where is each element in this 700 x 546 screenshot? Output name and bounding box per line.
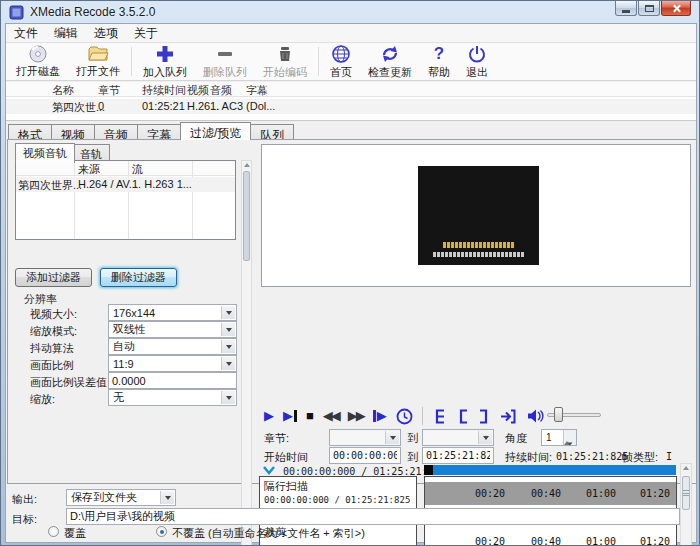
home-button[interactable]: 首页 [322,44,360,79]
play-icon: ▶ [264,406,274,426]
minimize-button[interactable] [615,1,637,16]
chevron-down-icon [221,306,235,319]
no-overwrite-label: 不覆盖 (自动重命名为 <文件名 + 索引>) [172,526,365,541]
file-row[interactable]: 第四次世... 0 01:25:21 H.26... 1. AC3 (Dol..… [6,99,696,114]
scale-mode-select[interactable]: 双线性 [108,321,237,338]
dither-label: 抖动算法 [30,341,74,356]
remove-filter-button[interactable]: 删除过滤器 [100,268,177,287]
chapter-to-select[interactable] [422,429,494,446]
goto-end-button[interactable] [499,407,517,425]
maximize-button[interactable] [638,1,660,16]
collapse-chevron-icon[interactable] [262,465,276,476]
step-forward-button[interactable]: ▶ [373,406,387,426]
col-stream[interactable]: 流 [132,162,143,177]
overwrite-radio[interactable] [48,526,59,537]
chevron-down-icon [221,357,235,370]
ruler-tick-label: 00:20 [475,488,505,499]
left-panel-scrollbar[interactable] [241,160,252,546]
seek-bar[interactable] [424,465,676,475]
close-button[interactable] [661,1,691,16]
open-file-button[interactable]: 打开文件 [68,44,128,79]
mute-button[interactable] [526,408,544,424]
aspect-select[interactable]: 11:9 [108,355,237,372]
col-name[interactable]: 名称 [52,83,74,98]
toolbar-separator [131,47,132,76]
play-button[interactable]: ▶ [264,406,274,426]
tab-subtitle[interactable]: 字幕 [137,124,181,140]
timer-button[interactable] [396,408,413,425]
chevron-down-icon [221,391,235,404]
menu-about[interactable]: 关于 [126,23,166,44]
crop-start-button[interactable] [457,407,469,425]
col-subtitle[interactable]: 字幕 [246,83,268,98]
fast-forward-button[interactable]: ▶▶ [348,406,364,426]
zoom-select[interactable]: 无 [108,389,237,406]
angle-spinner[interactable]: 1 [541,429,577,446]
ruler-tick-label: 00:40 [531,488,561,499]
timeline-vscrollbar[interactable] [680,463,692,546]
speaker-icon [526,408,544,424]
to-label: 到 [407,431,418,446]
seek-position-marker[interactable] [424,465,433,475]
tab-video[interactable]: 视频 [51,124,95,140]
refresh-icon [380,44,400,64]
check-update-button[interactable]: 检查更新 [360,44,420,79]
col-duration[interactable]: 持续时间 [142,83,186,98]
mark-in-button[interactable] [432,407,448,425]
start-time-input[interactable] [329,447,401,464]
tab-filter-preview[interactable]: 过滤/预览 [180,122,251,140]
no-overwrite-radio[interactable] [156,526,167,537]
col-video[interactable]: 视频 [187,83,209,98]
frame-type-label: 帧类型: [622,450,658,465]
check-update-label: 检查更新 [368,65,412,80]
volume-slider-thumb[interactable] [554,407,563,422]
tab-queue[interactable]: 队列 [250,124,294,140]
subtab-video-track[interactable]: 视频音轨 [15,143,75,163]
rewind-button[interactable]: ◀◀ [323,406,339,426]
overwrite-label: 覆盖 [64,526,86,541]
column-divider [128,161,129,239]
quit-button[interactable]: 退出 [458,44,496,79]
remove-queue-button[interactable]: 删除队列 [195,44,255,79]
video-frame[interactable] [418,166,539,265]
start-encode-button[interactable]: 开始编码 [255,44,315,79]
file-list-header: 名称 章节 持续时间 视频 音频 字幕 [6,82,696,97]
scrollbar-thumb[interactable] [682,476,690,510]
play-to-end-button[interactable]: ▶ [283,406,297,426]
tab-audio[interactable]: 音频 [94,124,138,140]
col-source[interactable]: 来源 [78,162,100,177]
col-audio[interactable]: 音频 [210,83,232,98]
aspect-label: 画面比例 [30,358,74,373]
menu-options[interactable]: 选项 [86,23,126,44]
menubar: 文件 编辑 选项 关于 [6,24,696,43]
target-path-input[interactable] [66,508,680,525]
stop-button[interactable]: ■ [306,406,314,426]
menu-file[interactable]: 文件 [6,23,46,44]
track-crop-ruler[interactable]: 00:20 00:40 01:00 01:20 [424,522,677,546]
add-filter-button[interactable]: 添加过滤器 [15,268,92,287]
col-chapter[interactable]: 章节 [98,83,120,98]
ruler-tick-label: 01:20 [640,536,670,546]
dither-select[interactable]: 自动 [108,338,237,355]
stream-row[interactable]: 第四次世界... H.264 / AV... 1. H.263 1... [16,177,235,192]
crop-end-button[interactable] [478,407,490,425]
chapter-from-select[interactable] [329,429,401,446]
open-disc-button[interactable]: 打开磁盘 [8,44,68,79]
resolution-group-label: 分辨率 [24,292,57,307]
video-size-select[interactable]: 176x144 [108,304,237,321]
menu-edit[interactable]: 编辑 [46,23,86,44]
play-icon: ▶ [283,406,293,426]
spin-down-icon [568,442,573,445]
spinner-buttons[interactable] [563,430,576,445]
chevron-down-icon [478,431,492,444]
tab-format[interactable]: 格式 [8,124,52,140]
help-button[interactable]: ? 帮助 [420,44,458,79]
output-mode-select[interactable]: 保存到文件夹 [66,489,176,506]
file-duration: 01:25:21 [142,100,185,112]
add-queue-button[interactable]: 加入队列 [135,44,195,79]
aspect-error-input[interactable] [108,372,237,389]
scrollbar-thumb[interactable] [243,171,250,261]
duration-value: 01:25:21:825 [556,451,628,462]
end-time-input[interactable] [422,447,494,464]
stream-name: 第四次世界... [18,178,82,192]
